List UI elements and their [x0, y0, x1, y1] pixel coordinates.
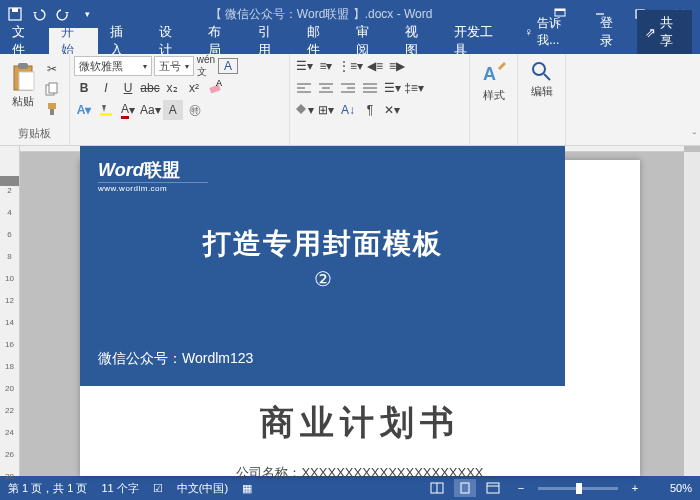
svg-rect-10 — [19, 72, 34, 90]
italic-button[interactable]: I — [96, 78, 116, 98]
svg-rect-14 — [50, 109, 54, 115]
chinese-layout-icon[interactable]: ✕▾ — [382, 100, 402, 120]
tab-layout[interactable]: 布局 — [196, 28, 245, 54]
svg-rect-9 — [18, 63, 28, 69]
borders-icon[interactable]: ⊞▾ — [316, 100, 336, 120]
enclose-char-icon[interactable]: ㊕ — [185, 100, 205, 120]
styles-icon: A — [480, 60, 508, 88]
clear-format-icon[interactable]: A — [206, 78, 226, 98]
tab-review[interactable]: 审阅 — [344, 28, 393, 54]
tab-view[interactable]: 视图 — [393, 28, 442, 54]
save-icon[interactable] — [4, 3, 26, 25]
paste-button[interactable]: 粘贴 — [8, 60, 38, 118]
text-effects-icon[interactable]: A▾ — [74, 100, 94, 120]
tell-me[interactable]: ♀告诉我... — [516, 15, 588, 49]
vertical-ruler[interactable]: 246810121416182022242628 — [0, 146, 20, 476]
tab-insert[interactable]: 插入 — [98, 28, 147, 54]
status-language[interactable]: 中文(中国) — [177, 481, 228, 496]
undo-icon[interactable] — [28, 3, 50, 25]
edit-button[interactable]: 编辑 — [522, 56, 561, 103]
tab-mailings[interactable]: 邮件 — [295, 28, 344, 54]
bullets-icon[interactable]: ☰▾ — [294, 56, 314, 76]
align-right-icon[interactable] — [338, 78, 358, 98]
status-page[interactable]: 第 1 页，共 1 页 — [8, 481, 87, 496]
status-words[interactable]: 11 个字 — [101, 481, 138, 496]
clipboard-group-label: 剪贴板 — [4, 126, 65, 143]
signin-link[interactable]: 登录 — [592, 14, 633, 50]
vertical-scrollbar[interactable] — [684, 152, 700, 476]
svg-rect-12 — [49, 83, 57, 93]
format-painter-icon[interactable] — [42, 100, 62, 118]
svg-point-31 — [533, 63, 545, 75]
tab-dev[interactable]: 开发工具 — [442, 28, 516, 54]
svg-rect-36 — [487, 483, 499, 493]
svg-rect-13 — [48, 103, 56, 109]
share-icon: ⇗ — [645, 25, 656, 40]
zoom-level[interactable]: 50% — [652, 482, 692, 494]
char-border-icon[interactable]: A — [218, 58, 238, 74]
status-macro-icon[interactable]: ▦ — [242, 482, 252, 495]
svg-text:A: A — [483, 64, 496, 84]
align-center-icon[interactable] — [316, 78, 336, 98]
document-title: 【 微信公众号：Word联盟 】.docx - Word — [102, 6, 540, 23]
distribute-icon[interactable]: ☰▾ — [382, 78, 402, 98]
char-shading-icon[interactable]: A — [163, 100, 183, 120]
qat-more-icon[interactable]: ▾ — [76, 3, 98, 25]
shading-icon[interactable]: ▾ — [294, 100, 314, 120]
line-spacing-icon[interactable]: ‡≡▾ — [404, 78, 424, 98]
svg-rect-17 — [100, 113, 112, 116]
status-proofing-icon[interactable]: ☑ — [153, 482, 163, 495]
multilevel-icon[interactable]: ⋮≡▾ — [338, 56, 363, 76]
overlay-subtitle: 微信公众号：Wordlm123 — [98, 350, 253, 368]
overlay-number: ② — [98, 267, 547, 291]
zoom-slider[interactable] — [538, 487, 618, 490]
justify-icon[interactable] — [360, 78, 380, 98]
font-color-icon[interactable]: A▾ — [118, 100, 138, 120]
highlight-icon[interactable] — [96, 100, 116, 120]
strikethrough-button[interactable]: abc — [140, 78, 160, 98]
copy-icon[interactable] — [42, 80, 62, 98]
grow-font-icon[interactable]: Aa▾ — [140, 100, 161, 120]
superscript-button[interactable]: x² — [184, 78, 204, 98]
overlay-headline: 打造专用封面模板 — [98, 225, 547, 263]
lightbulb-icon: ♀ — [524, 25, 533, 39]
tab-file[interactable]: 文件 — [0, 28, 49, 54]
underline-button[interactable]: U — [118, 78, 138, 98]
share-button[interactable]: ⇗共享 — [637, 10, 692, 54]
tab-home[interactable]: 开始 — [49, 28, 98, 54]
sort-icon[interactable]: A↓ — [338, 100, 358, 120]
overlay-url: www.wordlm.com — [98, 182, 208, 193]
font-name-selector[interactable]: 微软雅黑▾ — [74, 56, 152, 76]
font-size-selector[interactable]: 五号▾ — [154, 56, 194, 76]
redo-icon[interactable] — [52, 3, 74, 25]
increase-indent-icon[interactable]: ≡▶ — [387, 56, 407, 76]
decrease-indent-icon[interactable]: ◀≡ — [365, 56, 385, 76]
company-line: 公司名称：XXXXXXXXXXXXXXXXXXXXX — [80, 464, 640, 482]
svg-rect-1 — [12, 8, 18, 12]
phonetic-guide-icon[interactable]: wén文 — [196, 56, 216, 76]
tab-design[interactable]: 设计 — [147, 28, 196, 54]
document-heading: 商业计划书 — [80, 400, 640, 446]
numbering-icon[interactable]: ≡▾ — [316, 56, 336, 76]
svg-text:A: A — [216, 80, 222, 88]
styles-button[interactable]: A 样式 — [474, 56, 513, 107]
svg-line-32 — [544, 74, 550, 80]
clipboard-icon — [10, 62, 36, 92]
overlay-logo: Word联盟 — [98, 158, 547, 182]
splash-overlay: Word联盟 www.wordlm.com 打造专用封面模板 ② 微信公众号：W… — [80, 146, 565, 386]
subscript-button[interactable]: x₂ — [162, 78, 182, 98]
cut-icon[interactable]: ✂ — [42, 60, 62, 78]
find-icon — [530, 60, 554, 84]
tab-references[interactable]: 引用 — [246, 28, 295, 54]
bold-button[interactable]: B — [74, 78, 94, 98]
svg-rect-35 — [461, 483, 469, 493]
align-left-icon[interactable] — [294, 78, 314, 98]
collapse-ribbon-icon[interactable]: ˇ — [693, 132, 696, 143]
show-marks-icon[interactable]: ¶ — [360, 100, 380, 120]
